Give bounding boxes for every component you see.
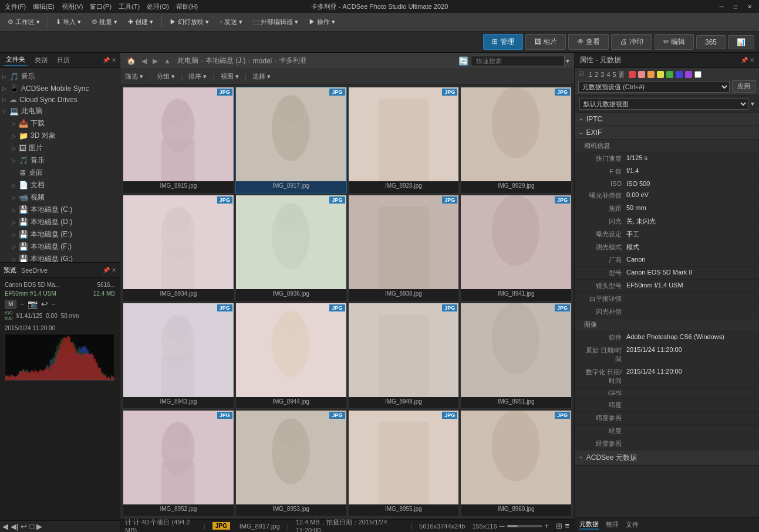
thumbnail-item[interactable]: JPG IMG_8915.jpg — [123, 87, 234, 194]
sort-button[interactable]: 排序 ▾ — [188, 72, 207, 81]
thumbnail-item[interactable]: JPG IMG_8917.jpg — [235, 87, 347, 194]
tree-item-mobile-sync[interactable]: ▷ 📱 ACDSee Mobile Sync — [0, 83, 120, 94]
menu-help[interactable]: 帮助(H) — [176, 2, 198, 11]
num-5[interactable]: 5 — [613, 71, 616, 78]
tab-folder[interactable]: 文件夹 — [4, 54, 28, 66]
list-view-button[interactable]: ≡ — [565, 521, 569, 530]
breadcrumb-item-pc[interactable]: 此电脑 — [177, 56, 198, 66]
num-3[interactable]: 3 — [601, 71, 604, 78]
thumbnail-item[interactable]: JPG IMG_8936.jpg — [235, 195, 347, 301]
mode-stats-button[interactable]: 📊 — [728, 35, 754, 49]
nav-up-button[interactable]: ▲ — [162, 57, 173, 65]
tree-item-music[interactable]: ▷ 🎵 音乐 — [0, 154, 120, 167]
slideshow-button[interactable]: ▶ 幻灯放映 ▾ — [166, 16, 213, 28]
menu-view[interactable]: 视图(V) — [62, 2, 83, 11]
external-editor-button[interactable]: ⬚ 外部编辑器 ▾ — [249, 16, 302, 28]
refresh-button[interactable]: 🔄 — [458, 56, 468, 66]
menu-window[interactable]: 窗口(P) — [90, 2, 112, 11]
maximize-button[interactable]: □ — [731, 2, 740, 11]
tree-item-documents[interactable]: ▷ 📄 文档 — [0, 179, 120, 191]
tree-item-music-top[interactable]: ▷ 🎵 音乐 — [0, 70, 120, 83]
color-blue[interactable] — [676, 71, 683, 78]
breadcrumb-item-model[interactable]: model — [253, 57, 272, 65]
view-settings-icon[interactable]: ▾ — [751, 100, 754, 108]
acdsee-header[interactable]: + ACDSee 元数据 — [575, 450, 759, 466]
tree-item-this-pc[interactable]: ▽ 💻 此电脑 — [0, 105, 120, 117]
tree-item-drive-g[interactable]: ▷ 💾 本地磁盘 (G:) — [0, 253, 120, 262]
apply-button[interactable]: 应用 — [732, 80, 755, 93]
minimize-button[interactable]: ─ — [717, 2, 726, 11]
zoom-minus-icon[interactable]: ─ — [500, 521, 505, 530]
breadcrumb-item-drive[interactable]: 本地磁盘 (J:) — [205, 56, 246, 66]
tab-file[interactable]: 文件 — [626, 520, 639, 529]
preview-panel-pin[interactable]: 📌 ✕ — [103, 267, 116, 273]
thumbnail-item[interactable]: JPG IMG_8951.jpg — [460, 303, 572, 409]
batch-button[interactable]: ⚙ 批量 ▾ — [87, 16, 122, 28]
window-controls[interactable]: ─ □ ✕ — [717, 2, 754, 11]
num-4[interactable]: 4 — [606, 71, 610, 78]
tab-calendar[interactable]: 日历 — [55, 55, 72, 66]
thumbnail-item[interactable]: JPG IMG_8952.jpg — [123, 410, 234, 517]
operations-button[interactable]: ▶ 操作 ▾ — [305, 16, 339, 28]
tree-item-drive-c[interactable]: ▷ 💾 本地磁盘 (C:) — [0, 204, 120, 216]
mode-photo-button[interactable]: 🖼 相片 — [525, 34, 566, 50]
mode-print-button[interactable]: 🖨 冲印 — [611, 34, 652, 50]
thumbnail-item[interactable]: JPG IMG_8944.jpg — [235, 303, 347, 409]
tab-category[interactable]: 类别 — [32, 55, 50, 66]
mode-view-button[interactable]: 👁 查看 — [568, 34, 609, 50]
tab-metadata[interactable]: 元数据 — [579, 520, 599, 530]
search-input[interactable] — [471, 56, 565, 66]
color-pink[interactable] — [638, 71, 645, 78]
thumbnail-item[interactable]: JPG IMG_8938.jpg — [348, 195, 460, 301]
tree-item-pictures[interactable]: ▷ 🖼 图片 — [0, 142, 120, 154]
tree-item-drive-f[interactable]: ▷ 💾 本地磁盘 (F:) — [0, 240, 120, 253]
camera-small-icon[interactable]: 📷 — [28, 299, 38, 309]
color-yellow[interactable] — [657, 71, 664, 78]
menu-edit[interactable]: 编辑(E) — [33, 2, 55, 11]
thumbnail-item[interactable]: JPG IMG_8943.jpg — [123, 303, 234, 409]
nav-forward-button[interactable]: ▶ — [151, 57, 160, 65]
next-button[interactable]: □ — [29, 522, 34, 531]
tree-item-videos[interactable]: ▷ 📹 视频 — [0, 191, 120, 204]
meta-view-select[interactable]: 默认元数据视图 — [579, 98, 748, 110]
menu-file[interactable]: 文件(F) — [5, 2, 26, 11]
meta-preset-select[interactable]: 元数据预设值 (Ctrl+#) — [578, 81, 730, 93]
close-button[interactable]: ✕ — [745, 2, 754, 11]
nav-home-button[interactable]: 🏠 — [125, 57, 137, 65]
exif-header[interactable]: – EXIF — [575, 126, 759, 140]
thumbnail-item[interactable]: JPG IMG_8941.jpg — [460, 195, 572, 301]
play-button[interactable]: ↩ — [21, 522, 27, 531]
color-purple[interactable] — [685, 71, 692, 78]
menu-tools[interactable]: 工具(T) — [119, 2, 140, 11]
color-red[interactable] — [629, 71, 636, 78]
tree-item-downloads[interactable]: ▷ 📥 下载 — [0, 117, 120, 130]
tree-item-cloud-sync[interactable]: ▷ ☁ Cloud Sync Drives — [0, 94, 120, 105]
mode-365-button[interactable]: 365 — [696, 35, 726, 49]
tree-item-3d-objects[interactable]: ▷ 📁 3D 对象 — [0, 130, 120, 142]
thumbnail-item[interactable]: JPG IMG_8960.jpg — [460, 410, 572, 517]
color-orange[interactable] — [647, 71, 655, 78]
tree-item-desktop[interactable]: 🖥 桌面 — [0, 167, 120, 179]
thumbnail-item[interactable]: JPG IMG_8949.jpg — [348, 303, 460, 409]
menu-bar[interactable]: 文件(F) 编辑(E) 视图(V) 窗口(P) 工具(T) 处理(O) 帮助(H… — [5, 2, 198, 11]
tree-item-drive-d[interactable]: ▷ 💾 本地磁盘 (D:) — [0, 216, 120, 228]
num-2[interactable]: 2 — [595, 71, 598, 78]
mode-manage-button[interactable]: ⊞ 管理 — [483, 34, 522, 50]
zoom-slider[interactable] — [507, 525, 542, 527]
menu-process[interactable]: 处理(O) — [147, 2, 169, 11]
create-button[interactable]: ✚ 创建 ▾ — [124, 16, 157, 28]
import-button[interactable]: ⬇ 导入 ▾ — [52, 16, 85, 28]
thumbnail-item[interactable]: JPG IMG_8955.jpg — [348, 410, 460, 517]
next-frame-button[interactable]: ▶ — [36, 522, 42, 531]
color-green[interactable] — [666, 71, 673, 78]
num-1[interactable]: 1 — [589, 71, 592, 78]
send-button[interactable]: ↑ 发送 ▾ — [215, 16, 247, 28]
workspace-button[interactable]: ⚙ 工作区 ▾ — [4, 16, 44, 28]
tab-organize[interactable]: 整理 — [606, 520, 619, 529]
mode-badge[interactable]: M — [5, 300, 16, 309]
thumbnail-view-button[interactable]: ⊞ — [556, 521, 562, 530]
mode-edit-button[interactable]: ✏ 编辑 — [655, 34, 694, 50]
color-white[interactable] — [694, 71, 701, 78]
view-button[interactable]: 视图 ▾ — [221, 72, 239, 81]
zoom-plus-icon[interactable]: + — [545, 521, 549, 530]
